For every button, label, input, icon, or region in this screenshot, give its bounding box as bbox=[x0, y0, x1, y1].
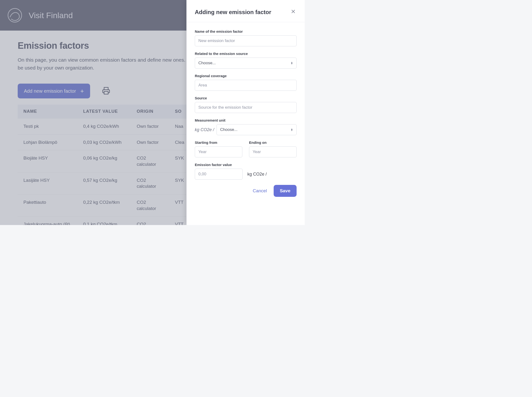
panel-header: Adding new emission factor bbox=[187, 8, 305, 22]
start-input[interactable] bbox=[195, 146, 242, 157]
value-label: Emission factor value bbox=[195, 163, 297, 167]
regional-input[interactable] bbox=[195, 80, 297, 91]
related-select-value: Choose... bbox=[198, 61, 216, 65]
add-factor-panel: Adding new emission factor Name of the e… bbox=[186, 0, 305, 225]
save-button[interactable]: Save bbox=[274, 185, 297, 197]
chevron-updown-icon: ▲▼ bbox=[291, 128, 293, 131]
meas-prefix: kg CO2e / bbox=[195, 127, 214, 132]
field-end: Ending on bbox=[249, 140, 297, 157]
name-label: Name of the emission factor bbox=[195, 29, 297, 33]
close-icon bbox=[291, 9, 296, 14]
value-suffix: kg CO2e / bbox=[247, 172, 267, 177]
meas-select[interactable]: Choose... ▲▼ bbox=[217, 124, 297, 135]
related-select[interactable]: Choose... ▲▼ bbox=[195, 58, 297, 68]
panel-title: Adding new emission factor bbox=[195, 9, 271, 16]
chevron-updown-icon: ▲▼ bbox=[291, 62, 293, 64]
related-label: Related to the emission source bbox=[195, 52, 297, 56]
regional-label: Regional coverage bbox=[195, 74, 297, 78]
close-button[interactable] bbox=[290, 8, 297, 16]
panel-actions: Cancel Save bbox=[195, 185, 297, 197]
field-name: Name of the emission factor bbox=[195, 29, 297, 46]
end-input[interactable] bbox=[249, 146, 297, 157]
field-start: Starting from bbox=[195, 140, 242, 157]
field-value: Emission factor value kg CO2e / bbox=[195, 163, 297, 180]
cancel-button[interactable]: Cancel bbox=[253, 188, 267, 193]
source-label: Source bbox=[195, 96, 297, 100]
source-input[interactable] bbox=[195, 102, 297, 113]
meas-select-value: Choose... bbox=[220, 127, 238, 132]
meas-label: Measurement unit bbox=[195, 118, 297, 122]
value-input[interactable] bbox=[195, 169, 243, 180]
field-source: Source bbox=[195, 96, 297, 113]
field-measurement: Measurement unit kg CO2e / Choose... ▲▼ bbox=[195, 118, 297, 135]
start-label: Starting from bbox=[195, 140, 242, 144]
field-related: Related to the emission source Choose...… bbox=[195, 52, 297, 68]
field-regional: Regional coverage bbox=[195, 74, 297, 91]
name-input[interactable] bbox=[195, 35, 297, 46]
end-label: Ending on bbox=[249, 140, 297, 144]
